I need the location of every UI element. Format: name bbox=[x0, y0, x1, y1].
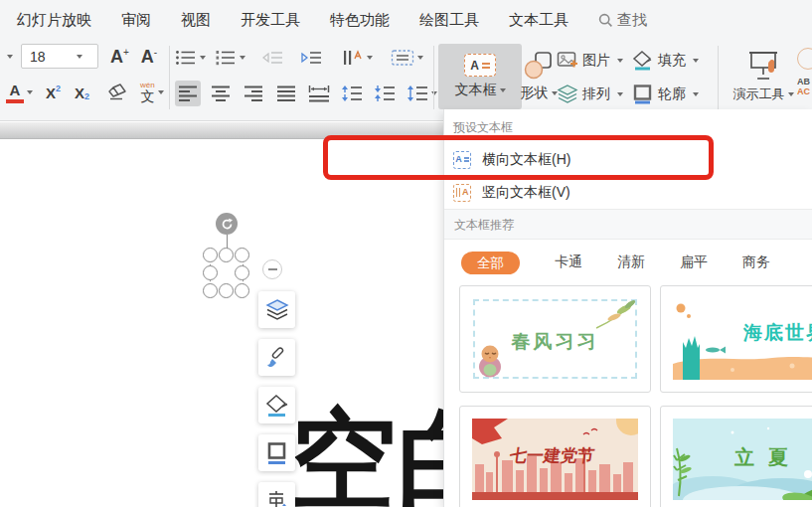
pinyin-guide-button[interactable]: wén 文 bbox=[140, 82, 155, 103]
template-card-undersea[interactable]: 海底世界 bbox=[660, 285, 812, 393]
caret-down-icon bbox=[417, 56, 423, 60]
font-size-input[interactable] bbox=[22, 49, 74, 65]
tab-flat[interactable]: 扁平 bbox=[680, 254, 708, 271]
menu-bar: 幻灯片放映 审阅 视图 开发工具 特色功能 绘图工具 文本工具 查找 bbox=[0, 0, 812, 40]
bullet-list-button[interactable] bbox=[175, 49, 206, 67]
text-settings-button[interactable] bbox=[258, 482, 295, 507]
format-brush-button[interactable] bbox=[258, 339, 295, 376]
arrange-button[interactable]: 排列 bbox=[557, 81, 623, 108]
picture-button[interactable]: 图片 bbox=[557, 47, 623, 75]
template-card-party-day[interactable]: 七一建党节 bbox=[459, 406, 651, 507]
increase-indent-icon bbox=[301, 50, 323, 66]
decrease-para-spacing-button[interactable] bbox=[372, 81, 398, 106]
find-label: 查找 bbox=[617, 11, 647, 30]
menu-developer-tools[interactable]: 开发工具 bbox=[241, 11, 300, 30]
menu-special-features[interactable]: 特色功能 bbox=[330, 11, 390, 30]
template-title: 立夏 bbox=[734, 444, 802, 471]
textbox-label: 文本框 bbox=[455, 82, 497, 99]
horizontal-textbox-icon: A bbox=[453, 151, 471, 169]
eraser-icon bbox=[105, 84, 127, 101]
increase-font-button[interactable]: A+ bbox=[110, 48, 129, 66]
picture-icon bbox=[557, 51, 578, 71]
distribute-button[interactable] bbox=[306, 81, 332, 106]
textbox-button[interactable]: A 文本框 bbox=[438, 44, 522, 109]
textbox-icon: A bbox=[464, 54, 496, 77]
menu-slideshow[interactable]: 幻灯片放映 bbox=[17, 11, 91, 30]
menu-review[interactable]: 审阅 bbox=[121, 11, 151, 30]
align-right-button[interactable] bbox=[241, 81, 266, 106]
subscript-button[interactable]: X2 bbox=[75, 85, 89, 100]
floating-object-toolbar bbox=[258, 291, 295, 507]
fill-color-button[interactable] bbox=[258, 387, 295, 423]
projector-icon bbox=[746, 51, 780, 83]
template-title: 海底世界 bbox=[743, 320, 812, 346]
circle-icon bbox=[797, 48, 812, 70]
menu-text-tools[interactable]: 文本工具 bbox=[509, 11, 568, 30]
tab-fresh[interactable]: 清新 bbox=[617, 254, 645, 271]
collapse-toolbar-button[interactable] bbox=[262, 259, 282, 279]
tab-all[interactable]: 全部 bbox=[461, 252, 520, 274]
outline-icon bbox=[632, 84, 654, 104]
resize-handle-ne[interactable] bbox=[235, 248, 249, 262]
decrease-font-button[interactable]: A- bbox=[141, 48, 157, 66]
template-card-early-summer[interactable]: 立夏 bbox=[660, 406, 812, 507]
resize-handle-se[interactable] bbox=[235, 283, 249, 298]
resize-handle-w[interactable] bbox=[203, 265, 218, 280]
text-direction-icon bbox=[342, 49, 364, 67]
resize-handle-s[interactable] bbox=[219, 283, 234, 298]
textbox-style-button[interactable] bbox=[391, 49, 423, 67]
presentation-tools-button[interactable]: 演示工具 bbox=[722, 44, 805, 109]
resize-handle-sw[interactable] bbox=[203, 283, 218, 298]
menu-item-horizontal-textbox[interactable]: A 横向文本框(H) bbox=[444, 143, 812, 176]
superscript-button[interactable]: X2 bbox=[46, 85, 61, 100]
font-size-combo[interactable] bbox=[21, 44, 98, 69]
menu-drawing-tools[interactable]: 绘图工具 bbox=[419, 11, 479, 30]
distribute-icon bbox=[308, 84, 330, 102]
tab-cartoon[interactable]: 卡通 bbox=[555, 254, 582, 271]
align-center-button[interactable] bbox=[208, 81, 234, 106]
layers-button[interactable] bbox=[258, 291, 295, 328]
menu-item-vertical-textbox[interactable]: A 竖向文本框(V) bbox=[444, 176, 812, 209]
clear-format-button[interactable] bbox=[105, 84, 127, 101]
caret-down-icon bbox=[200, 56, 206, 60]
top-chrome: 幻灯片放映 审阅 视图 开发工具 特色功能 绘图工具 文本工具 查找 bbox=[0, 0, 812, 121]
justify-button[interactable] bbox=[273, 81, 299, 106]
outline-color-button[interactable] bbox=[258, 434, 295, 471]
caret-down-icon bbox=[693, 59, 699, 63]
justify-icon bbox=[276, 84, 296, 102]
outline-button[interactable]: 轮廓 bbox=[632, 81, 699, 108]
increase-indent-button[interactable] bbox=[301, 50, 323, 66]
tab-business[interactable]: 商务 bbox=[742, 254, 770, 271]
resize-handle-n[interactable] bbox=[219, 248, 234, 262]
align-left-button[interactable] bbox=[175, 81, 201, 106]
font-name-combo-partial[interactable] bbox=[0, 44, 16, 69]
menu-view[interactable]: 视图 bbox=[181, 11, 211, 30]
arrange-icon bbox=[557, 84, 578, 104]
caret-down-icon bbox=[7, 55, 13, 59]
decrease-para-spacing-icon bbox=[374, 84, 396, 102]
char-settings-icon bbox=[265, 489, 289, 507]
fill-button[interactable]: 填充 bbox=[632, 47, 699, 75]
resize-handle-e[interactable] bbox=[235, 265, 249, 280]
caret-down-icon bbox=[788, 92, 794, 96]
rotate-handle[interactable] bbox=[216, 213, 238, 235]
change-case-button-partial[interactable]: AB AC bbox=[797, 44, 812, 109]
increase-para-spacing-button[interactable] bbox=[339, 81, 365, 106]
caret-down-icon bbox=[158, 90, 164, 94]
caret-down-icon bbox=[500, 88, 506, 92]
shapes-label: 形状 bbox=[521, 84, 549, 102]
align-right-icon bbox=[244, 84, 263, 102]
preset-textbox-header: 预设文本框 bbox=[444, 109, 812, 143]
resize-handle-nw[interactable] bbox=[203, 248, 218, 262]
find-button[interactable]: 查找 bbox=[598, 11, 647, 30]
textbox-recommend-header: 文本框推荐 bbox=[444, 209, 812, 240]
vertical-textbox-icon: A bbox=[453, 184, 471, 202]
leaves-illustration bbox=[590, 300, 636, 330]
text-direction-button[interactable] bbox=[342, 49, 373, 67]
font-color-button[interactable]: A bbox=[6, 83, 24, 103]
layers-icon bbox=[265, 299, 289, 321]
numbered-list-button[interactable] bbox=[215, 49, 245, 67]
toolbar-separator bbox=[718, 46, 719, 109]
decrease-indent-button[interactable] bbox=[262, 50, 284, 66]
template-card-spring[interactable]: 春风习习 bbox=[459, 285, 651, 393]
